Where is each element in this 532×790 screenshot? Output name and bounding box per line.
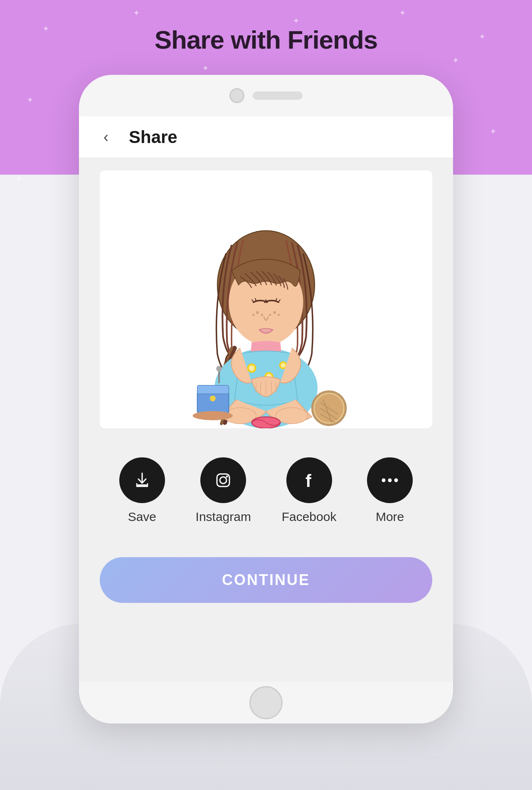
more-label: More — [376, 510, 404, 524]
home-button[interactable] — [249, 686, 283, 719]
continue-button-wrapper: CONTINUE — [79, 541, 453, 620]
facebook-button-item[interactable]: f Facebook — [282, 457, 337, 524]
share-header: ‹ Share — [79, 116, 453, 158]
svg-point-5 — [252, 314, 255, 316]
phone-bottom — [79, 682, 453, 723]
share-screen-title: Share — [129, 127, 177, 147]
back-arrow-icon: ‹ — [103, 128, 108, 146]
svg-rect-42 — [210, 467, 236, 493]
illustration-svg — [100, 170, 432, 428]
svg-point-4 — [261, 314, 264, 316]
back-button[interactable]: ‹ — [96, 127, 116, 148]
svg-point-50 — [388, 479, 392, 482]
svg-point-33 — [193, 411, 233, 420]
svg-point-27 — [281, 363, 286, 368]
svg-rect-41 — [137, 484, 148, 486]
facebook-icon-circle: f — [286, 457, 332, 503]
image-container — [100, 170, 432, 428]
share-buttons-area: Save Instagram — [79, 441, 453, 541]
phone-camera — [229, 88, 244, 103]
svg-point-49 — [382, 479, 386, 482]
phone-mockup: ‹ Share — [79, 75, 453, 723]
more-icon-circle — [367, 457, 413, 503]
svg-point-6 — [273, 311, 276, 314]
page-title: Share with Friends — [0, 25, 532, 54]
svg-point-32 — [210, 395, 216, 401]
save-label: Save — [128, 510, 156, 524]
more-button-item[interactable]: More — [367, 457, 413, 524]
phone-speaker — [253, 91, 303, 100]
save-icon-circle — [119, 457, 165, 503]
svg-point-51 — [394, 479, 398, 482]
svg-point-45 — [226, 476, 228, 478]
instagram-icon-circle — [200, 457, 246, 503]
svg-point-15 — [249, 365, 255, 371]
more-icon — [377, 467, 403, 493]
svg-point-39 — [216, 366, 222, 372]
instagram-label: Instagram — [196, 510, 251, 524]
facebook-label: Facebook — [282, 510, 337, 524]
svg-point-3 — [256, 311, 259, 314]
continue-label: CONTINUE — [222, 571, 310, 589]
continue-button[interactable]: CONTINUE — [100, 557, 432, 603]
save-button-item[interactable]: Save — [119, 457, 165, 524]
svg-point-8 — [278, 314, 280, 316]
svg-point-7 — [269, 314, 271, 316]
svg-rect-30 — [197, 391, 229, 414]
instagram-icon — [210, 467, 236, 493]
save-icon — [129, 467, 155, 493]
instagram-button-item[interactable]: Instagram — [196, 457, 251, 524]
svg-text:f: f — [305, 471, 312, 491]
phone-content: ‹ Share — [79, 116, 453, 682]
facebook-icon: f — [296, 467, 322, 493]
phone-top-bar — [79, 75, 453, 116]
svg-point-29 — [276, 407, 308, 424]
svg-rect-31 — [197, 385, 229, 394]
